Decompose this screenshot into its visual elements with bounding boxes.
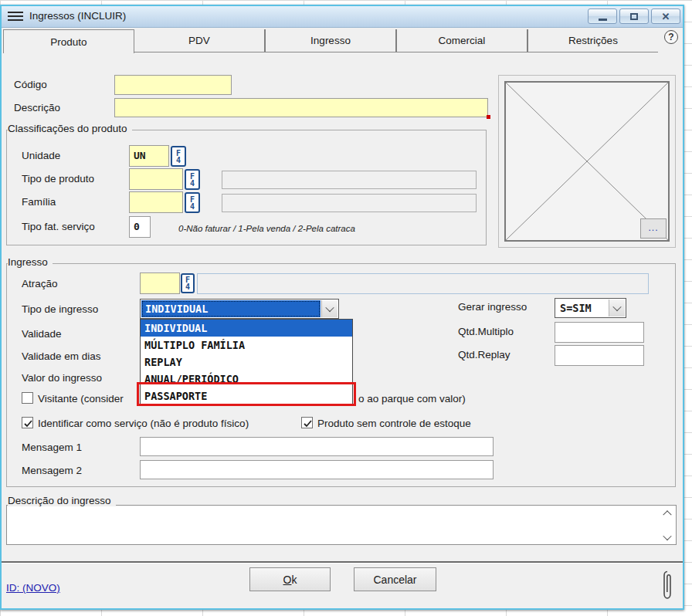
codigo-label: Código xyxy=(14,79,47,90)
window-title: Ingressos (INCLUIR) xyxy=(29,10,126,22)
atracao-label: Atração xyxy=(22,278,58,289)
sem-estoque-checkbox[interactable] xyxy=(301,417,313,428)
tipo-fat-input[interactable]: 0 xyxy=(129,216,151,238)
tipo-ingresso-dropdown-button[interactable] xyxy=(321,300,338,317)
close-button[interactable]: ✕ xyxy=(651,8,680,24)
scroll-up-icon[interactable] xyxy=(662,508,673,517)
tipo-ingresso-combobox[interactable]: INDIVIDUAL xyxy=(140,299,339,319)
identificar-servico-label: Identificar como serviço (não é produto … xyxy=(38,418,249,429)
atracao-f4-lookup-button[interactable]: F4 xyxy=(181,273,195,293)
mensagem1-input[interactable] xyxy=(140,437,494,456)
tab-pdv[interactable]: PDV xyxy=(134,29,266,52)
visitante-label-right: o ao parque com valor) xyxy=(358,393,466,404)
id-link[interactable]: ID: (NOVO) xyxy=(6,582,60,594)
dropdown-item-multiplo-familia[interactable]: MÚLTIPLO FAMÍLIA xyxy=(141,337,352,354)
maximize-icon xyxy=(630,13,638,20)
image-placeholder: ... xyxy=(504,81,670,242)
chevron-down-icon xyxy=(325,303,334,312)
unidade-label: Unidade xyxy=(22,150,60,161)
visitante-checkbox[interactable] xyxy=(22,392,33,404)
tipo-ingresso-label: Tipo de ingresso xyxy=(22,303,98,315)
gerar-ingresso-selected-value: S=SIM xyxy=(556,300,608,316)
product-image-frame: ... xyxy=(498,75,676,248)
dialog-window: Ingressos (INCLUIR) ✕ Produto PDV Ingres… xyxy=(0,5,684,610)
menu-icon[interactable] xyxy=(8,12,23,22)
tab-ingresso[interactable]: Ingresso xyxy=(266,29,397,52)
validade-label: Validade xyxy=(22,328,62,340)
qtd-multiplo-label: Qtd.Multiplo xyxy=(458,326,514,337)
required-marker xyxy=(487,115,490,119)
dropdown-item-replay[interactable]: REPLAY xyxy=(141,354,352,371)
tipo-ingresso-selected-value: INDIVIDUAL xyxy=(141,300,321,317)
ok-button[interactable]: Ok xyxy=(249,567,331,591)
descricao-ingresso-group-label: Descrição do ingresso xyxy=(8,495,116,506)
checkmark-icon xyxy=(22,418,34,429)
identificar-servico-checkbox[interactable] xyxy=(22,417,33,428)
sem-estoque-label: Produto sem controle de estoque xyxy=(317,418,471,429)
tab-produto[interactable]: Produto xyxy=(3,29,134,53)
minimize-button[interactable] xyxy=(588,8,617,24)
mensagem1-label: Mensagem 1 xyxy=(22,442,82,453)
codigo-input[interactable] xyxy=(114,75,232,95)
maximize-button[interactable] xyxy=(619,8,649,24)
cancel-button[interactable]: Cancelar xyxy=(354,567,436,591)
tipo-produto-description-field xyxy=(222,171,477,189)
familia-description-field xyxy=(222,194,477,212)
tab-restricoes[interactable]: Restrições xyxy=(528,29,658,52)
image-browse-button[interactable]: ... xyxy=(640,218,667,239)
minimize-icon xyxy=(599,19,607,21)
scroll-down-icon[interactable] xyxy=(662,533,673,542)
tipo-produto-f4-lookup-button[interactable]: F4 xyxy=(185,169,200,190)
help-icon[interactable]: ? xyxy=(664,30,678,44)
paperclip-icon[interactable] xyxy=(661,570,673,602)
classificacoes-group-label: Classificações do produto xyxy=(8,123,132,134)
tab-comercial[interactable]: Comercial xyxy=(397,29,528,52)
qtd-replay-label: Qtd.Replay xyxy=(458,349,511,360)
close-icon: ✕ xyxy=(662,12,670,22)
gerar-ingresso-dropdown-button[interactable] xyxy=(609,300,625,316)
descricao-input[interactable] xyxy=(114,98,488,117)
tipo-produto-label: Tipo de produto xyxy=(22,173,94,184)
gerar-ingresso-label: Gerar ingresso xyxy=(458,301,527,313)
unidade-f4-lookup-button[interactable]: F4 xyxy=(171,146,186,167)
mensagem2-label: Mensagem 2 xyxy=(22,465,82,476)
annotation-highlight xyxy=(137,382,356,406)
image-cross-icon xyxy=(506,83,668,240)
gerar-ingresso-combobox[interactable]: S=SIM xyxy=(555,298,626,318)
tipo-fat-hint: 0-Não faturar / 1-Pela venda / 2-Pela ca… xyxy=(178,224,355,233)
atracao-input[interactable] xyxy=(140,272,180,294)
footer-divider xyxy=(2,561,683,564)
familia-f4-lookup-button[interactable]: F4 xyxy=(185,192,200,213)
valor-ingresso-label: Valor do ingresso xyxy=(22,372,102,384)
unidade-input[interactable]: UN xyxy=(129,145,169,167)
visitante-label-left: Visitante (consider xyxy=(38,393,124,404)
tab-bar: Produto PDV Ingresso Comercial Restriçõe… xyxy=(2,28,683,52)
familia-input[interactable] xyxy=(129,191,183,213)
tipo-fat-label: Tipo fat. serviço xyxy=(22,221,95,232)
ingresso-group-label: Ingresso xyxy=(8,256,53,268)
descricao-label: Descrição xyxy=(14,102,60,113)
chevron-down-icon xyxy=(612,303,621,311)
title-bar: Ingressos (INCLUIR) ✕ xyxy=(2,6,683,28)
dropdown-item-individual[interactable]: INDIVIDUAL xyxy=(141,320,352,337)
tipo-produto-input[interactable] xyxy=(129,168,183,190)
qtd-multiplo-input[interactable] xyxy=(555,322,644,343)
mensagem2-input[interactable] xyxy=(140,460,494,479)
qtd-replay-input[interactable] xyxy=(555,345,644,366)
atracao-description-field xyxy=(197,273,649,294)
familia-label: Família xyxy=(22,196,56,208)
checkmark-icon xyxy=(302,418,314,429)
descricao-ingresso-textarea[interactable] xyxy=(6,505,677,545)
validade-dias-label: Validade em dias xyxy=(22,350,101,362)
